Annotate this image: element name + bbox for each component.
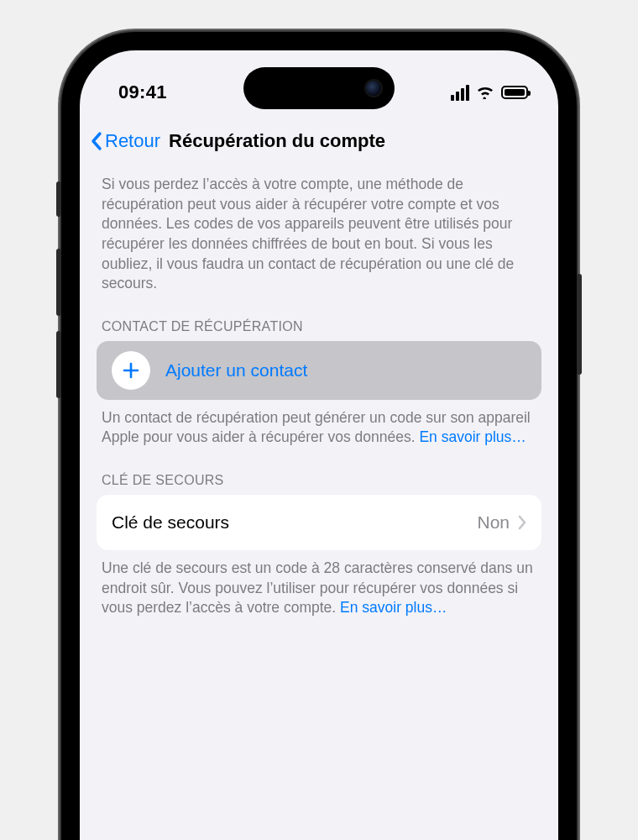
back-button[interactable]: Retour [90, 130, 160, 152]
cellular-icon [451, 85, 469, 101]
add-contact-label: Ajouter un contact [165, 360, 307, 381]
recovery-key-learn-more-link[interactable]: En savoir plus… [340, 599, 447, 616]
phone-frame: 09:41 [61, 32, 577, 840]
camera-icon [366, 81, 381, 96]
page-title: Récupération du compte [169, 130, 385, 152]
recovery-key-footer: Une clé de secours est un code à 28 cara… [97, 550, 541, 618]
screen: 09:41 [80, 50, 558, 840]
recovery-contact-footer: Un contact de récupération peut générer … [97, 400, 541, 448]
power-button [577, 274, 582, 375]
add-recovery-contact-row[interactable]: Ajouter un contact [97, 341, 541, 400]
status-time: 09:41 [118, 81, 167, 103]
mute-switch [56, 181, 61, 217]
navigation-bar: Retour Récupération du compte [80, 119, 558, 163]
volume-up-button [56, 249, 61, 316]
recovery-key-value-wrap: Non [477, 512, 526, 533]
intro-text: Si vous perdez l’accès à votre compte, u… [97, 175, 541, 294]
recovery-contact-learn-more-link[interactable]: En savoir plus… [419, 428, 526, 445]
wifi-icon [476, 86, 494, 99]
canvas: 09:41 [0, 0, 638, 840]
chevron-left-icon [90, 131, 103, 151]
section-header-contact: CONTACT DE RÉCUPÉRATION [97, 294, 541, 341]
recovery-key-group: Clé de secours Non [97, 495, 541, 550]
plus-icon [112, 351, 150, 390]
back-label: Retour [105, 130, 160, 152]
recovery-contact-group: Ajouter un contact [97, 341, 541, 400]
recovery-key-label: Clé de secours [112, 512, 229, 533]
recovery-key-value: Non [477, 512, 510, 533]
status-icons [451, 85, 528, 101]
dynamic-island [243, 67, 395, 109]
section-header-key: CLÉ DE SECOURS [97, 448, 541, 495]
volume-down-button [56, 331, 61, 398]
battery-icon [501, 86, 528, 99]
bezel: 09:41 [68, 39, 570, 840]
recovery-key-footer-text: Une clé de secours est un code à 28 cara… [102, 559, 533, 616]
recovery-key-row[interactable]: Clé de secours Non [97, 495, 541, 550]
chevron-right-icon [518, 515, 526, 530]
content-scroll[interactable]: Si vous perdez l’accès à votre compte, u… [80, 166, 558, 840]
